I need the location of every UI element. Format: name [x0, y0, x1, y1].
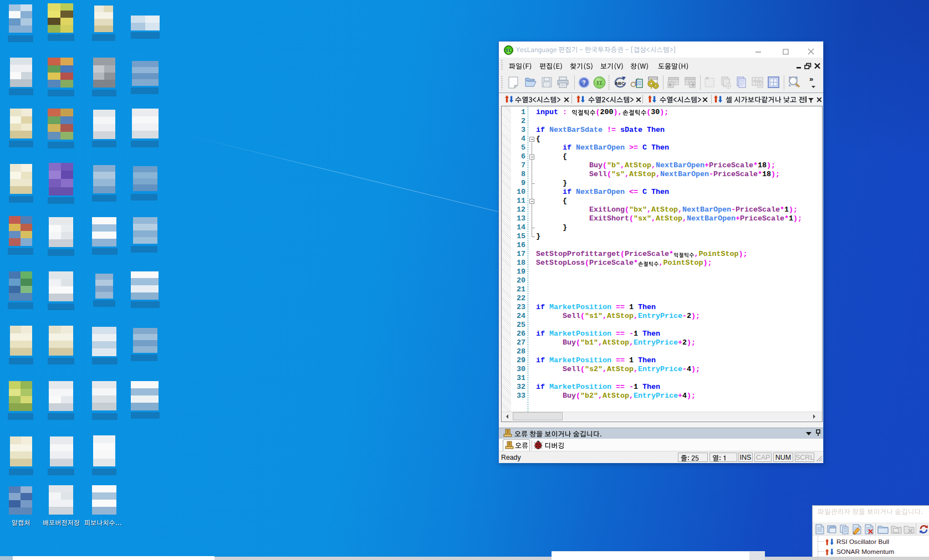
svg-text:ABC: ABC [615, 81, 625, 86]
svg-text:?: ? [582, 79, 586, 86]
svg-text:YL: YL [506, 48, 511, 53]
svg-text:YL: YL [596, 80, 603, 86]
